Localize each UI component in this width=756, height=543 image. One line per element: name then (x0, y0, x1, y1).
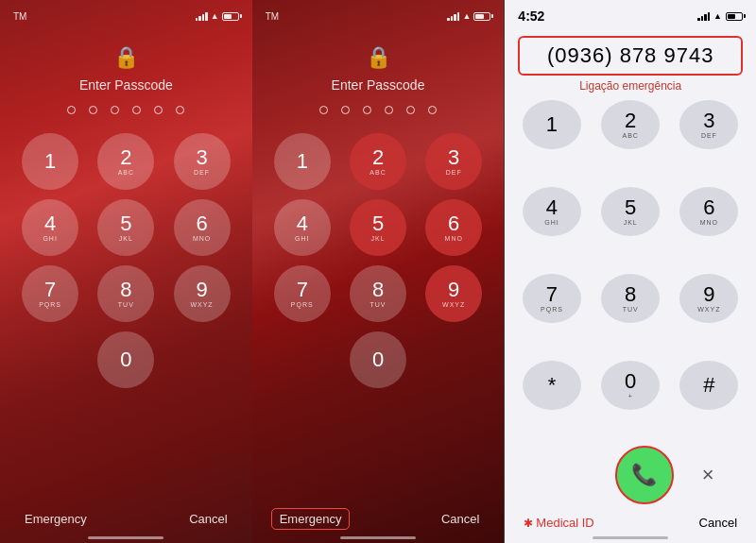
key-1-empty-right (174, 331, 231, 388)
key-2-7[interactable]: 7PQRS (274, 265, 331, 322)
phone-number-text: (0936) 878 9743 (529, 43, 731, 68)
dialer-time: 4:52 (518, 8, 544, 24)
key-1-8[interactable]: 8TUV (97, 265, 154, 322)
medical-id-label: Medical ID (536, 516, 593, 530)
key-1-0[interactable]: 0 (97, 331, 154, 388)
key-2-0[interactable]: 0 (350, 331, 406, 388)
key-1-7[interactable]: 7PQRS (22, 265, 78, 322)
dialer-home-indicator (593, 536, 668, 539)
key-1-3[interactable]: 3DEF (174, 133, 231, 190)
signal-icon-1 (196, 11, 208, 21)
dot-2-1 (319, 106, 328, 114)
key-2-empty-left (274, 331, 331, 388)
dialer-key-star[interactable]: * (523, 361, 581, 410)
key-2-2[interactable]: 2ABC (350, 133, 406, 190)
dialer-keypad: 1 2ABC 3DEF 4GHI 5JKL 6MNO 7PQRS 8TUV 9W… (505, 100, 756, 440)
dot-2-2 (341, 106, 350, 114)
key-1-5[interactable]: 5JKL (97, 199, 154, 256)
signal-icon-dialer (697, 11, 710, 21)
key-2-9[interactable]: 9WXYZ (425, 265, 482, 322)
key-2-5[interactable]: 5JKL (350, 199, 406, 256)
phone-icon: 📞 (631, 463, 657, 487)
dialer-cancel-button[interactable]: Cancel (699, 516, 737, 530)
dot-3 (111, 106, 119, 114)
dot-2-5 (406, 106, 415, 114)
dialer-key-1[interactable]: 1 (523, 100, 581, 149)
key-1-empty-left (22, 331, 78, 388)
phone-panel-1: TM ▲ 🔒 Enter Passcode (0, 0, 252, 543)
key-1-4[interactable]: 4GHI (22, 199, 78, 256)
wifi-icon-2: ▲ (462, 11, 471, 21)
key-2-empty-right (425, 331, 482, 388)
wifi-icon-1: ▲ (211, 11, 219, 21)
battery-icon-dialer (726, 12, 743, 21)
dialer-status-icons: ▲ (697, 11, 743, 21)
dialer-key-8[interactable]: 8TUV (601, 274, 660, 323)
dialer-key-hash[interactable]: # (679, 361, 738, 410)
dot-4 (132, 106, 141, 114)
dialer-key-6[interactable]: 6MNO (679, 187, 738, 236)
cancel-button-1[interactable]: Cancel (183, 508, 232, 530)
dialer-key-5[interactable]: 5JKL (601, 187, 660, 236)
enter-passcode-1: Enter Passcode (79, 77, 173, 93)
cancel-button-2[interactable]: Cancel (436, 508, 485, 530)
dialer-action-row: 📞 × (505, 440, 756, 510)
dialer-panel: 4:52 ▲ (0936) 878 9743 Ligação emergênci… (505, 0, 756, 543)
passcode-dots-2 (319, 106, 437, 114)
phone-number-display: (0936) 878 9743 (518, 36, 743, 76)
emergency-button-2[interactable]: Emergency (271, 508, 351, 530)
phone-panel-2: TM ▲ 🔒 Enter Passcode (252, 0, 505, 543)
carrier-tm-1: TM (13, 11, 26, 22)
battery-icon-1 (222, 12, 239, 21)
medical-id-button[interactable]: ✱ Medical ID (524, 516, 593, 530)
key-1-1[interactable]: 1 (22, 133, 78, 190)
key-1-9[interactable]: 9WXYZ (174, 265, 231, 322)
enter-passcode-2: Enter Passcode (332, 77, 425, 93)
dialer-key-9[interactable]: 9WXYZ (679, 274, 738, 323)
dialer-key-3[interactable]: 3DEF (679, 100, 738, 149)
key-1-6[interactable]: 6MNO (174, 199, 231, 256)
key-2-6[interactable]: 6MNO (425, 199, 482, 256)
dialer-status-bar: 4:52 ▲ (505, 0, 756, 26)
key-2-3[interactable]: 3DEF (425, 133, 482, 190)
call-button[interactable]: 📞 (615, 446, 674, 504)
status-icons-2: ▲ (447, 11, 490, 21)
bottom-row-2: Emergency Cancel (252, 508, 505, 530)
carrier-tm-2: TM (266, 11, 279, 22)
phone-content-1: TM ▲ 🔒 Enter Passcode (0, 0, 252, 543)
emergency-call-label: Ligação emergência (505, 79, 756, 93)
lock-icon-2: 🔒 (366, 45, 391, 70)
status-bar-1: TM ▲ (0, 0, 252, 26)
medical-star-icon: ✱ (524, 517, 533, 530)
key-2-8[interactable]: 8TUV (350, 265, 406, 322)
dialer-key-2[interactable]: 2ABC (601, 100, 660, 149)
key-2-1[interactable]: 1 (274, 133, 331, 190)
keypad-2: 1 2ABC 3DEF 4GHI 5JKL 6MNO 7PQRS 8TUV 9W… (252, 133, 505, 388)
status-bar-2: TM ▲ (252, 0, 505, 26)
home-indicator-2 (340, 536, 416, 539)
key-1-2[interactable]: 2ABC (97, 133, 154, 190)
home-indicator-1 (88, 536, 163, 539)
bottom-row-1: Emergency Cancel (0, 508, 252, 530)
dialer-key-4[interactable]: 4GHI (523, 187, 581, 236)
dot-2-6 (428, 106, 437, 114)
signal-icon-2 (447, 11, 459, 21)
dot-2-4 (385, 106, 393, 114)
battery-icon-2 (473, 12, 490, 21)
dot-2 (89, 106, 97, 114)
emergency-button-1[interactable]: Emergency (19, 508, 93, 530)
wifi-icon-dialer: ▲ (713, 11, 722, 21)
dialer-key-0[interactable]: 0+ (601, 361, 660, 410)
keypad-1: 1 2ABC 3DEF 4GHI 5JKL 6MNO 7PQRS 8TUV 9W… (0, 133, 252, 388)
dialer-key-7[interactable]: 7PQRS (523, 274, 581, 323)
dot-6 (176, 106, 184, 114)
dot-1 (67, 106, 76, 114)
dot-2-3 (363, 106, 371, 114)
key-2-4[interactable]: 4GHI (274, 199, 331, 256)
lock-icon-1: 🔒 (113, 45, 139, 70)
phone-content-2: TM ▲ 🔒 Enter Passcode (252, 0, 505, 543)
status-icons-1: ▲ (196, 11, 239, 21)
delete-button[interactable]: × (693, 453, 724, 497)
dot-5 (154, 106, 163, 114)
passcode-dots-1 (67, 106, 184, 114)
